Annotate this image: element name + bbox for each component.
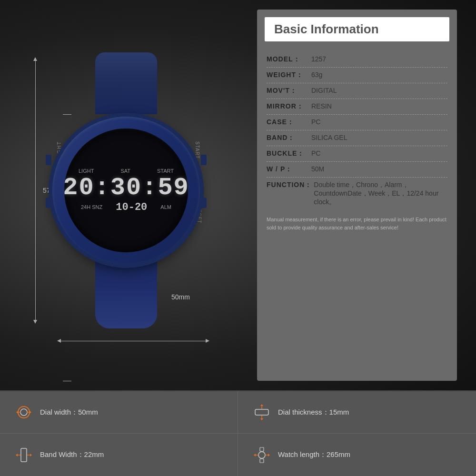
info-row: MODEL：1257 bbox=[267, 52, 447, 68]
watch-date: 10-20 bbox=[116, 201, 147, 213]
info-note: Manual measurement, if there is an error… bbox=[257, 213, 457, 234]
watch-time: 20:30:59 bbox=[64, 176, 188, 200]
svg-marker-4 bbox=[16, 411, 18, 414]
info-val: PC bbox=[311, 118, 447, 126]
info-key: MOV'T： bbox=[267, 87, 309, 95]
band-top bbox=[95, 52, 157, 114]
dim-line-h bbox=[61, 341, 206, 341]
info-title: Basic Information bbox=[274, 22, 440, 37]
info-val: RESIN bbox=[311, 102, 447, 110]
svg-rect-17 bbox=[260, 447, 264, 451]
info-row: WEIGHT：63g bbox=[267, 68, 447, 83]
dim-tick-bottom bbox=[63, 381, 71, 381]
info-row: FUNCTION：Double time，Chrono，Alarm，Countd… bbox=[267, 178, 447, 210]
svg-marker-9 bbox=[260, 404, 263, 406]
watch-container: LIGHT SAT START 20:30:59 24H SNZ 10-20 A… bbox=[36, 52, 217, 328]
watch-case: LIGHT SAT START 20:30:59 24H SNZ 10-20 A… bbox=[52, 117, 200, 264]
button-light bbox=[46, 155, 51, 165]
watch-alm-label: ALM bbox=[160, 204, 171, 210]
svg-point-16 bbox=[258, 452, 265, 458]
dim-arrow-left bbox=[57, 339, 61, 343]
info-key: FUNCTION： bbox=[267, 181, 312, 189]
spec-band-width: Band Width：22mm bbox=[0, 434, 238, 476]
watch-day: SAT bbox=[120, 168, 130, 174]
spec-watch-length-label: Watch length：265mm bbox=[278, 450, 350, 459]
info-val: 1257 bbox=[311, 55, 447, 63]
info-row: MOV'T：DIGITAL bbox=[267, 83, 447, 99]
spec-dial-thickness-label: Dial thickness：15mm bbox=[278, 408, 349, 417]
button-reset bbox=[201, 198, 207, 208]
dimension-horizontal: 50mm bbox=[57, 339, 209, 343]
info-row: CASE：PC bbox=[267, 115, 447, 130]
watch-length-icon bbox=[252, 446, 271, 465]
svg-rect-6 bbox=[255, 409, 268, 415]
watch-date-row: 24H SNZ 10-20 ALM bbox=[79, 201, 174, 213]
info-row: BAND：SILICA GEL bbox=[267, 130, 447, 146]
spec-dial-width: Dial width：50mm bbox=[0, 391, 238, 434]
dim-arrow-right bbox=[206, 339, 209, 343]
info-row: W / P：50M bbox=[267, 162, 447, 178]
info-key: BAND： bbox=[267, 134, 309, 142]
info-key: MIRROR： bbox=[267, 102, 309, 111]
band-width-icon bbox=[14, 446, 33, 465]
label-light-inner: LIGHT bbox=[79, 168, 94, 174]
watch-area: 57mm 50mm bbox=[0, 0, 252, 390]
bottom-strip: Dial width：50mm Dial thickness：15mm bbox=[0, 390, 476, 476]
watch-face: LIGHT SAT START 20:30:59 24H SNZ 10-20 A… bbox=[64, 129, 188, 252]
info-val: 50M bbox=[311, 165, 447, 173]
label-start-inner: START bbox=[157, 168, 174, 174]
info-key: CASE： bbox=[267, 118, 309, 127]
info-title-box: Basic Information bbox=[265, 17, 449, 41]
info-val: SILICA GEL bbox=[311, 134, 447, 141]
label-start: START bbox=[195, 141, 200, 159]
info-val: 63g bbox=[311, 71, 447, 79]
svg-rect-18 bbox=[260, 459, 264, 463]
watch-mode-label: 24H SNZ bbox=[81, 204, 102, 210]
svg-marker-22 bbox=[268, 454, 270, 456]
info-rows: MODEL：1257WEIGHT：63gMOV'T：DIGITALMIRROR：… bbox=[257, 49, 457, 213]
spec-band-width-label: Band Width：22mm bbox=[40, 450, 104, 459]
main-area: 57mm 50mm bbox=[0, 0, 476, 390]
info-key: BUCKLE： bbox=[267, 149, 309, 158]
spec-watch-length: Watch length：265mm bbox=[238, 434, 476, 476]
watch-day-row: LIGHT SAT START bbox=[74, 168, 178, 174]
info-row: MIRROR：RESIN bbox=[267, 99, 447, 115]
info-val: DIGITAL bbox=[311, 87, 447, 94]
info-row: BUCKLE：PC bbox=[267, 146, 447, 162]
svg-rect-11 bbox=[21, 448, 27, 462]
button-mode bbox=[46, 198, 51, 208]
spec-dial-thickness: Dial thickness：15mm bbox=[238, 391, 476, 434]
svg-marker-14 bbox=[16, 454, 18, 456]
svg-marker-21 bbox=[254, 454, 256, 456]
spec-dial-width-label: Dial width：50mm bbox=[40, 408, 98, 417]
info-panel: Basic Information MODEL：1257WEIGHT：63gMO… bbox=[257, 10, 457, 381]
info-key: MODEL： bbox=[267, 55, 309, 64]
dial-thickness-icon bbox=[252, 403, 271, 422]
info-val: PC bbox=[311, 149, 447, 157]
info-key: W / P： bbox=[267, 165, 309, 174]
watch-display: LIGHT SAT START 20:30:59 24H SNZ 10-20 A… bbox=[64, 168, 188, 213]
svg-marker-10 bbox=[260, 418, 263, 420]
dial-width-icon bbox=[14, 403, 33, 422]
info-val: Double time，Chrono，Alarm，CountdownDate，W… bbox=[314, 181, 447, 207]
svg-marker-5 bbox=[30, 411, 31, 414]
button-start bbox=[201, 155, 207, 165]
info-key: WEIGHT： bbox=[267, 71, 309, 79]
svg-marker-15 bbox=[30, 454, 32, 456]
svg-point-1 bbox=[20, 409, 27, 416]
